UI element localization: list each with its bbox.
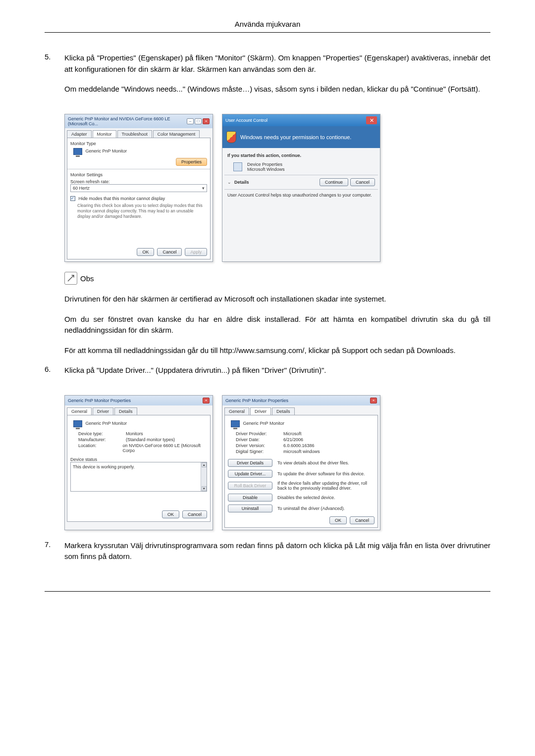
dialog-title: Generic PnP Monitor Properties (68, 398, 131, 403)
properties-button[interactable]: Properties (176, 158, 207, 166)
shield-icon (226, 131, 236, 143)
dialog-title: Generic PnP Monitor and NVIDIA GeForce 6… (68, 116, 187, 126)
monitor-settings-label: Monitor Settings (70, 172, 207, 177)
monitor-name: Generic PnP Monitor (86, 149, 127, 153)
device-status-text: This device is working properly. (73, 464, 135, 469)
dialog-title: Generic PnP Monitor Properties (225, 398, 288, 403)
uac-dialog: User Account Control ✕ Windows needs you… (222, 114, 380, 262)
uac-started-text: If you started this action, continue. (227, 153, 375, 158)
cancel-button[interactable]: Cancel (350, 178, 375, 186)
tab-driver[interactable]: Driver (93, 407, 113, 415)
tab-color-management[interactable]: Color Management (153, 130, 200, 138)
update-driver-desc: To update the driver software for this d… (277, 471, 374, 476)
location-label: Location: (78, 443, 117, 453)
monitor-icon (231, 420, 240, 427)
note-label: Obs (80, 274, 94, 283)
driver-version-value: 6.0.6000.16386 (283, 443, 315, 448)
rollback-driver-button[interactable]: Roll Back Driver (228, 482, 272, 490)
disable-desc: Disables the selected device. (277, 495, 374, 500)
minimize-icon[interactable]: – (187, 118, 194, 124)
step5-para2: Om meddelande "Windows needs..." (Window… (64, 84, 490, 95)
manufacturer-label: Manufacturer: (78, 437, 121, 442)
tab-monitor[interactable]: Monitor (93, 130, 116, 138)
monitor-name: Generic PnP Monitor (86, 421, 127, 426)
page-footer-rule (45, 591, 490, 596)
hide-modes-label: Hide modes that this monitor cannot disp… (79, 196, 165, 201)
monitor-name: Generic PnP Monitor (243, 421, 284, 426)
device-status-label: Device status (70, 457, 207, 462)
cancel-button[interactable]: Cancel (157, 248, 182, 256)
devtype-value: Monitors (126, 431, 143, 436)
properties-general-dialog: Generic PnP Monitor Properties × General… (64, 395, 213, 530)
note-icon (64, 272, 77, 285)
uac-footer-text: User Account Control helps stop unauthor… (227, 193, 375, 198)
step6-para1: Klicka på "Update Driver..." (Uppdatera … (64, 365, 490, 376)
driver-provider-label: Driver Provider: (236, 431, 278, 436)
disable-button[interactable]: Disable (228, 494, 272, 502)
devtype-label: Device type: (78, 431, 121, 436)
close-icon[interactable]: ✕ (366, 116, 377, 124)
obs-para2: Om du ser fönstret ovan kanske du har en… (64, 314, 490, 336)
tab-troubleshoot[interactable]: Troubleshoot (117, 130, 152, 138)
uninstall-button[interactable]: Uninstall (228, 504, 272, 512)
step-number-5: 5. (45, 52, 64, 104)
cancel-button[interactable]: Cancel (182, 510, 207, 518)
maximize-icon[interactable]: □ (195, 118, 202, 124)
chevron-down-icon[interactable]: ⌄ (227, 180, 231, 185)
cancel-button[interactable]: Cancel (350, 516, 374, 524)
details-toggle[interactable]: Details (234, 180, 249, 185)
step-number-6: 6. (45, 365, 64, 385)
chevron-down-icon: ▾ (202, 186, 205, 191)
driver-date-value: 6/21/2006 (283, 437, 303, 442)
ok-button[interactable]: OK (162, 510, 179, 518)
driver-version-label: Driver Version: (236, 443, 278, 448)
uac-title: User Account Control (225, 118, 268, 123)
rollback-driver-desc: If the device fails after updating the d… (277, 481, 374, 491)
tab-general[interactable]: General (224, 407, 249, 415)
tab-details[interactable]: Details (272, 407, 295, 415)
ok-button[interactable]: OK (137, 248, 154, 256)
tab-driver[interactable]: Driver (250, 407, 271, 415)
tab-general[interactable]: General (67, 407, 92, 415)
uac-microsoft-windows: Microsoft Windows (247, 167, 285, 172)
uac-headline: Windows needs your permission to contion… (240, 134, 351, 140)
device-status-box: This device is working properly. ▴▾ (70, 462, 207, 492)
tab-details[interactable]: Details (114, 407, 137, 415)
digital-signer-label: Digital Signer: (236, 449, 278, 454)
apply-button[interactable]: Apply (185, 248, 207, 256)
driver-provider-value: Microsoft (283, 431, 302, 436)
scrollbar[interactable]: ▴▾ (201, 462, 207, 491)
obs-para1: Drivrutinen för den här skärmen är certi… (64, 294, 490, 305)
uac-device-properties: Device Properties (247, 162, 285, 167)
step-number-7: 7. (45, 540, 64, 571)
monitor-properties-dialog: Generic PnP Monitor and NVIDIA GeForce 6… (64, 114, 213, 262)
monitor-icon (73, 420, 82, 427)
close-icon[interactable]: × (203, 398, 210, 403)
uninstall-desc: To uninstall the driver (Advanced). (277, 506, 374, 511)
driver-details-desc: To view details about the driver files. (277, 460, 374, 465)
step7-para1: Markera kryssrutan Välj drivrutinsprogra… (64, 540, 490, 562)
refresh-rate-select[interactable]: 60 Hertz ▾ (70, 184, 207, 192)
hide-modes-checkbox[interactable] (70, 196, 75, 201)
manufacturer-value: (Standard monitor types) (126, 437, 175, 442)
obs-para3: För att komma till nedladdningssidan går… (64, 345, 490, 356)
device-icon (233, 162, 242, 171)
update-driver-button[interactable]: Update Driver... (228, 470, 272, 478)
tab-adapter[interactable]: Adapter (67, 130, 92, 138)
ok-button[interactable]: OK (329, 516, 347, 524)
close-icon[interactable]: × (203, 118, 210, 124)
page-header: Använda mjukvaran (45, 20, 490, 33)
hide-modes-description: Clearing this check box allows you to se… (77, 203, 207, 219)
refresh-rate-label: Screen refresh rate: (70, 179, 207, 184)
driver-date-label: Driver Date: (236, 437, 278, 442)
driver-details-button[interactable]: Driver Details (228, 459, 272, 467)
close-icon[interactable]: × (370, 398, 377, 403)
monitor-type-label: Monitor Type (70, 141, 207, 146)
location-value: on NVIDIA GeForce 6600 LE (Microsoft Cor… (122, 443, 207, 453)
continue-button[interactable]: Continue (320, 178, 348, 186)
digital-signer-value: microsoft windows (283, 449, 320, 454)
step5-para1: Klicka på "Properties" (Egenskaper) på f… (64, 52, 490, 75)
refresh-rate-value: 60 Hertz (73, 186, 90, 191)
monitor-icon (73, 148, 82, 155)
properties-driver-dialog: Generic PnP Monitor Properties × General… (222, 395, 380, 530)
